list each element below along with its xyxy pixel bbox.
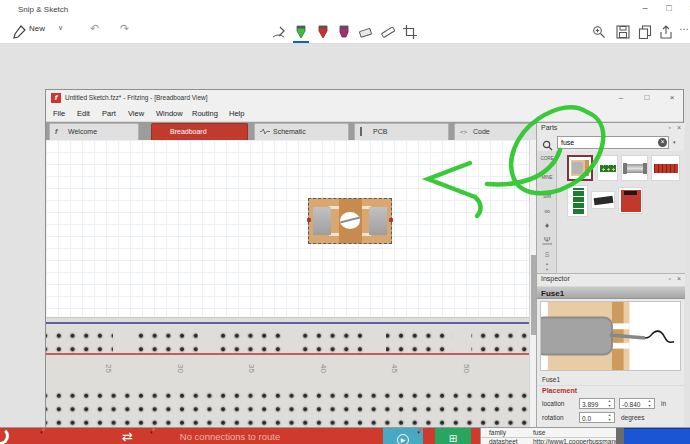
share-button[interactable]: ⊞ [435,428,471,444]
zoom-icon[interactable] [592,25,606,39]
green-ballpoint-pen-icon[interactable] [294,25,308,39]
part-thumbnail-black-fuse-holder[interactable] [591,191,615,209]
touch-writing-icon[interactable] [272,25,286,39]
undo-icon[interactable]: ↶ [90,22,99,35]
fuse-left-pin[interactable] [307,218,311,222]
location-row: location 3.899 ▲▼ -0.840 ▲▼ in [537,398,685,410]
part-thumbnail-fuse-holder[interactable] [621,155,648,181]
green-vertical-thumb [573,188,584,215]
eraser-icon[interactable] [359,25,373,39]
breadboard-column-numbers: 25 30 35 40 45 50 [46,358,529,386]
tab-breadboard[interactable]: Breadboard [151,123,248,140]
placement-heading-row: Placement [537,386,685,398]
column-label: 40 [319,362,328,376]
redo-icon[interactable]: ↷ [120,22,129,35]
part-thumbnail-red-breakout-board[interactable] [618,187,643,214]
new-dropdown-chevron-icon[interactable]: ∨ [58,24,63,32]
parts-search-results [557,151,685,273]
simulate-button[interactable]: ▶ ▾ [383,428,423,444]
new-snip-pen-icon[interactable] [12,25,26,39]
red-pencil-icon[interactable] [316,25,330,39]
routing-status-text: No connections to route [130,431,330,442]
family-value: fuse [533,429,545,436]
share-icon[interactable] [659,25,673,39]
menu-help[interactable]: Help [229,109,244,118]
tab-schematic[interactable]: Schematic [254,123,349,140]
spinner-arrows-icon[interactable]: ▲▼ [606,413,613,422]
highlighter-icon[interactable] [337,25,351,39]
menu-file[interactable]: File [53,109,65,118]
rail-scroll-up-icon[interactable]: ▲ [537,261,557,266]
rotation-label: rotation [542,414,564,421]
tab-code[interactable]: <> Code [454,123,549,140]
background-inspector-rows: family fuse datasheet http://www1.cooper… [480,428,616,444]
bin-mine[interactable]: MINE [537,175,557,180]
fuse-part-selected[interactable] [308,198,392,244]
parts-search-row: × ▾ [537,135,685,151]
spinner-arrows-icon[interactable]: ▲▼ [646,399,653,408]
panel-close-icon[interactable]: × [677,124,681,131]
desktop-background-strip: ▾ ⇄ ▾ No connections to route ▶ ▾ ⊞ fami… [0,427,690,444]
search-clear-icon[interactable]: × [658,138,667,147]
menu-window[interactable]: Window [156,109,183,118]
rail-scroll-down-icon[interactable]: ▼ [537,267,557,272]
breadboard-blue-rail-line [46,322,529,324]
more-options-icon[interactable]: … [679,21,689,32]
breadboard-canvas[interactable]: 25 30 35 40 45 50 [46,140,536,440]
location-label: location [542,400,564,407]
location-y-field[interactable]: -0.840 ▲▼ [619,398,655,409]
seeed-bin-icon[interactable]: Ψseeed [537,235,557,246]
app-title: Snip & Sketch [18,5,68,14]
menu-part[interactable]: Part [102,109,116,118]
part-thumbnail-green-pcb-fuse[interactable] [597,155,618,181]
parts-search-input[interactable] [557,136,669,149]
location-x-field[interactable]: 3.899 ▲▼ [579,398,615,409]
simulate-dropdown-caret-icon: ▾ [417,429,420,435]
copy-icon[interactable] [638,25,652,39]
spinner-arrows-icon[interactable]: ▲▼ [606,399,613,408]
tab-welcome[interactable]: f Welcome [49,123,139,140]
ruler-icon[interactable] [381,25,395,39]
fuse-left-cap [313,207,331,235]
part-thumbnail-fuse[interactable] [567,155,593,181]
fz-close-button[interactable]: × [663,91,681,104]
rotate-arc-icon [0,428,9,444]
panel-float-icon[interactable]: ▫ [669,124,671,131]
infinity-bin-icon[interactable]: ∞ [537,207,557,216]
tab-pcb[interactable]: PCB [354,123,449,140]
inspector-panel-title: Inspector [541,275,570,282]
inspector-panel: Inspector ▫ × Fuse1 [537,273,685,444]
menu-view[interactable]: View [128,109,144,118]
rotation-unit: degrees [621,414,645,421]
new-button[interactable]: New [29,24,45,33]
bin-core[interactable]: CORE [537,156,557,161]
s-badge-bin-icon[interactable]: S [537,251,557,258]
minimize-button[interactable]: – [634,0,656,18]
fuse-window-ellipse [340,212,360,229]
breadboard[interactable]: 25 30 35 40 45 50 [46,317,529,440]
fz-minimize-button[interactable]: – [612,91,630,104]
crop-icon[interactable] [403,25,417,39]
part-thumbnail-red-fuse-part[interactable] [651,155,680,181]
fz-maximize-button[interactable]: □ [638,91,656,104]
fuse-thumb-strip [585,160,589,176]
save-icon[interactable] [616,25,630,39]
menu-edit[interactable]: Edit [77,109,90,118]
background-fritzing-toolbar: ▾ ⇄ ▾ No connections to route ▶ ▾ ⊞ [0,428,480,444]
bin-sim[interactable]: SIM [537,194,557,199]
fritzing-window-title: Untitled Sketch.fzz* - Fritzing - [Bread… [65,94,208,101]
flame-bin-icon[interactable]: ♦ [537,221,557,230]
close-button[interactable]: × [681,0,690,18]
fuse-right-cap [369,207,387,235]
menu-routing[interactable]: Routing [192,109,218,118]
maximize-button[interactable]: □ [658,0,680,18]
fritzing-logo-icon: f [51,93,61,103]
panel-close-icon[interactable]: × [677,275,681,282]
vertical-scrollbar[interactable] [529,140,536,440]
rotation-field[interactable]: 0.0 ▲▼ [579,412,615,423]
panel-float-icon[interactable]: ▫ [669,275,671,282]
rotation-row: rotation 0.0 ▲▼ degrees [537,412,685,424]
fuse-right-pin[interactable] [389,218,393,222]
search-history-caret-icon[interactable]: ▾ [673,139,676,145]
part-thumbnail-green-vertical-fuse[interactable] [567,185,588,217]
